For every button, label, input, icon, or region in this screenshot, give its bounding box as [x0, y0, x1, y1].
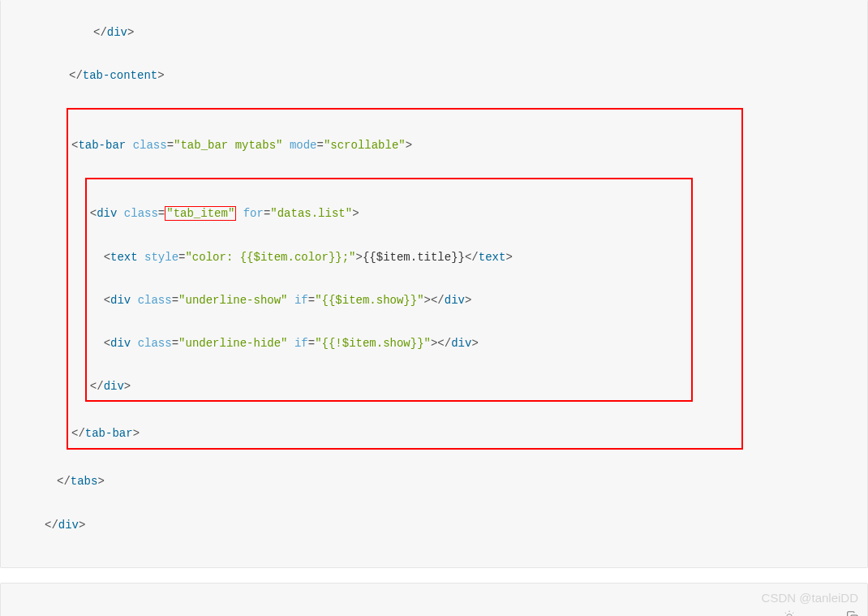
code-line: </tab-content>: [12, 65, 856, 87]
code-line: </tab-bar>: [71, 423, 693, 445]
copy-icon[interactable]: [806, 588, 859, 616]
code-block-css: /* xxx.css */ .container{ background-col…: [0, 583, 868, 616]
code-toolbar: [741, 588, 859, 616]
svg-line-3: [784, 613, 785, 614]
code-line: <tab-bar class="tab_bar mytabs" mode="sc…: [12, 108, 856, 450]
code-line: </div>: [90, 376, 513, 398]
code-block-hml: </div> </tab-content> <tab-bar class="ta…: [0, 0, 868, 568]
code-line: <div class="underline-hide" if="{{!$item…: [90, 333, 513, 355]
code-line: </div>: [12, 22, 856, 44]
code-line: <div class="tab_item" for="datas.list"> …: [71, 178, 693, 402]
svg-line-8: [793, 613, 793, 614]
code-line: <tab-bar class="tab_bar mytabs" mode="sc…: [71, 135, 693, 157]
code-line: <text style="color: {{$item.color}};">{{…: [90, 247, 513, 269]
code-line: <div class="underline-show" if="{{$item.…: [90, 290, 513, 312]
code-line: </tabs>: [12, 471, 856, 493]
theme-icon[interactable]: [741, 588, 795, 616]
code-line: <div class="tab_item" for="datas.list">: [90, 203, 513, 225]
code-line: </div>: [12, 515, 856, 536]
